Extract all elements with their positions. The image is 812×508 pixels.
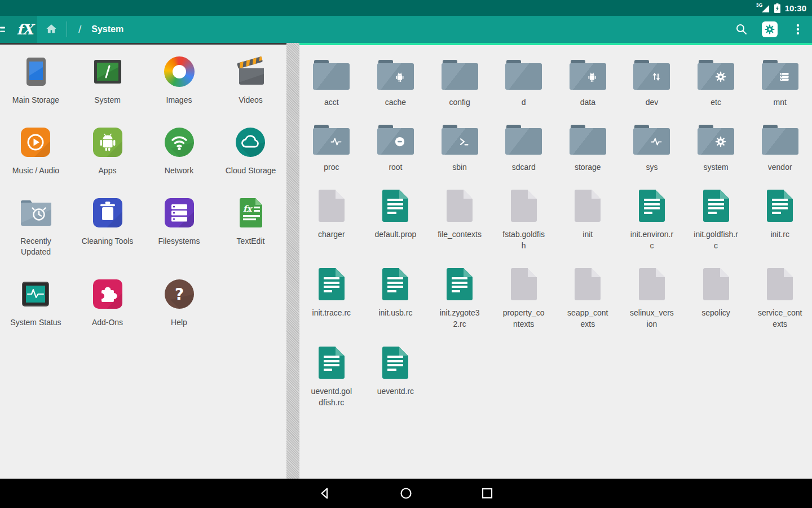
entry-root[interactable]: root bbox=[377, 125, 414, 173]
textedit-icon: fx bbox=[237, 196, 265, 229]
shortcut-apps[interactable]: Apps bbox=[91, 126, 124, 176]
entry-init-goldfish-rc[interactable]: init.goldfish.rc bbox=[694, 190, 738, 251]
shortcut-videos[interactable]: Videos bbox=[235, 55, 267, 106]
entry-fstab-goldfish[interactable]: fstab.goldfish bbox=[501, 190, 546, 251]
shortcut-add-ons[interactable]: Add-Ons bbox=[91, 278, 124, 328]
entry-config[interactable]: config bbox=[442, 60, 478, 108]
entry-label: file_contexts bbox=[438, 229, 482, 240]
entry-label: init.usb.rc bbox=[378, 307, 412, 318]
file-icon bbox=[639, 268, 665, 300]
shortcut-help[interactable]: ?Help bbox=[163, 278, 196, 328]
shortcut-network[interactable]: Network bbox=[163, 126, 196, 176]
entry-acct[interactable]: acct bbox=[313, 60, 350, 108]
shortcut-label: Images bbox=[166, 95, 192, 106]
shortcut-system-status[interactable]: System Status bbox=[10, 278, 61, 328]
toolbar-divider bbox=[67, 21, 67, 37]
shortcut-label: Cloud Storage bbox=[226, 165, 276, 176]
entry-vendor[interactable]: vendor bbox=[762, 125, 798, 173]
entry-init-rc[interactable]: init.rc bbox=[767, 190, 793, 240]
file-icon bbox=[703, 268, 729, 300]
entry-label: etc bbox=[710, 97, 721, 108]
entry-label: service_contexts bbox=[758, 307, 802, 330]
recently-updated-icon bbox=[19, 196, 54, 229]
shortcut-label: Apps bbox=[99, 165, 117, 176]
shortcut-music-audio[interactable]: Music / Audio bbox=[12, 126, 59, 176]
home-nav-button[interactable] bbox=[399, 486, 413, 501]
entry-init-environ-rc[interactable]: init.environ.rc bbox=[629, 190, 674, 251]
entry-sdcard[interactable]: sdcard bbox=[505, 125, 542, 173]
shortcut-system[interactable]: System bbox=[91, 55, 124, 106]
file-icon bbox=[575, 268, 601, 300]
app-logo-button[interactable]: fX bbox=[0, 16, 37, 43]
entry-label: acct bbox=[324, 97, 339, 108]
file-grid-panel[interactable]: acctcacheconfigddatadevetcmntprocrootsbi… bbox=[299, 43, 812, 479]
entry-init-zygote32-rc[interactable]: init.zygote32.rc bbox=[438, 268, 482, 330]
clock: 10:30 bbox=[785, 3, 806, 13]
shortcut-label: System bbox=[94, 95, 121, 106]
status-bar: 3G 10:30 bbox=[0, 0, 812, 16]
entry-storage[interactable]: storage bbox=[570, 125, 606, 173]
home-button[interactable] bbox=[37, 16, 65, 43]
entry-charger[interactable]: charger bbox=[318, 190, 345, 240]
shortcut-label: Main Storage bbox=[12, 95, 59, 106]
file-icon bbox=[575, 190, 601, 222]
entry-init[interactable]: init bbox=[575, 190, 601, 240]
shortcuts-panel[interactable]: Main StorageSystemImagesVideosMusic / Au… bbox=[0, 43, 286, 479]
folder-icon bbox=[570, 125, 606, 155]
shortcut-label: Network bbox=[165, 165, 193, 176]
recents-button[interactable] bbox=[480, 486, 495, 501]
panel-divider[interactable] bbox=[286, 43, 299, 479]
shortcut-label: TextEdit bbox=[237, 236, 265, 247]
file-icon bbox=[319, 190, 345, 222]
entry-label: property_contexts bbox=[501, 307, 546, 330]
folder-icon bbox=[505, 125, 542, 155]
shortcut-recently-updated[interactable]: Recently Updated bbox=[8, 196, 64, 257]
breadcrumb-root[interactable]: / bbox=[78, 23, 81, 36]
server-folder-icon bbox=[762, 60, 798, 90]
shortcut-main-storage[interactable]: Main Storage bbox=[12, 55, 59, 106]
shortcut-textedit[interactable]: fxTextEdit bbox=[237, 196, 265, 247]
videos-icon bbox=[235, 55, 267, 88]
entry-label: init.rc bbox=[770, 229, 789, 240]
entry-selinux-version[interactable]: selinux_version bbox=[629, 268, 674, 330]
shortcut-images[interactable]: Images bbox=[164, 55, 195, 106]
entry-service-contexts[interactable]: service_contexts bbox=[758, 268, 802, 330]
entry-label: system bbox=[703, 161, 728, 173]
entry-seapp-contexts[interactable]: seapp_contexts bbox=[566, 268, 610, 330]
entry-d[interactable]: d bbox=[505, 60, 542, 108]
battery-charging-icon bbox=[774, 3, 780, 13]
entry-property-contexts[interactable]: property_contexts bbox=[501, 268, 546, 330]
file-icon bbox=[511, 190, 537, 222]
entry-cache[interactable]: cache bbox=[377, 60, 414, 108]
entry-sys[interactable]: sys bbox=[633, 125, 670, 173]
entry-proc[interactable]: proc bbox=[313, 125, 350, 173]
entry-sepolicy[interactable]: sepolicy bbox=[701, 268, 730, 318]
entry-label: init.trace.rc bbox=[312, 307, 351, 318]
document-icon bbox=[382, 190, 408, 222]
entry-dev[interactable]: dev bbox=[633, 60, 670, 108]
entry-ueventd-rc[interactable]: ueventd.rc bbox=[377, 347, 414, 397]
search-icon[interactable] bbox=[727, 16, 756, 43]
shortcut-cloud-storage[interactable]: Cloud Storage bbox=[226, 126, 276, 176]
entry-etc[interactable]: etc bbox=[698, 60, 734, 108]
entry-init-usb-rc[interactable]: init.usb.rc bbox=[378, 268, 412, 318]
menu-icon[interactable] bbox=[0, 27, 5, 32]
entry-label: ueventd.rc bbox=[377, 386, 414, 397]
entry-data[interactable]: data bbox=[570, 60, 606, 108]
shortcut-filesystems[interactable]: Filesystems bbox=[158, 196, 200, 247]
folder-icon bbox=[762, 125, 798, 155]
entry-mnt[interactable]: mnt bbox=[762, 60, 798, 108]
entry-file-contexts[interactable]: file_contexts bbox=[438, 190, 482, 240]
entry-label: charger bbox=[318, 229, 345, 240]
cleaning-tools-icon bbox=[91, 196, 124, 229]
back-button[interactable] bbox=[317, 486, 332, 501]
tools-icon[interactable] bbox=[756, 16, 784, 43]
entry-default-prop[interactable]: default.prop bbox=[374, 190, 416, 240]
shortcut-cleaning-tools[interactable]: Cleaning Tools bbox=[82, 196, 134, 247]
overflow-menu-icon[interactable] bbox=[784, 16, 812, 43]
entry-init-trace-rc[interactable]: init.trace.rc bbox=[312, 268, 351, 318]
document-icon bbox=[319, 268, 345, 300]
entry-system[interactable]: system bbox=[698, 125, 734, 173]
entry-ueventd-goldfish-rc[interactable]: ueventd.goldfish.rc bbox=[309, 347, 354, 408]
entry-sbin[interactable]: sbin bbox=[442, 125, 478, 173]
